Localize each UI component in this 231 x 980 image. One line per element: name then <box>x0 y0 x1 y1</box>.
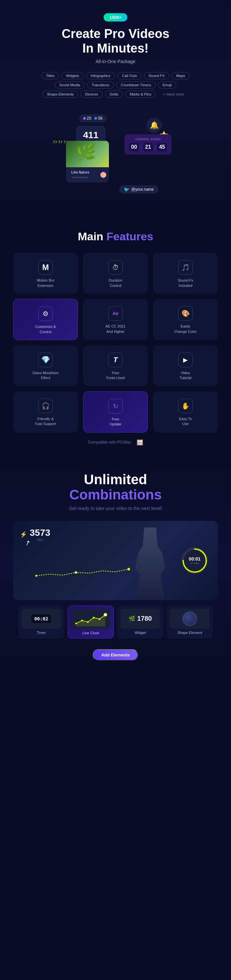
chart-dot-3 <box>87 621 89 623</box>
feature-easy: ✋ Easy ToUse <box>153 391 218 433</box>
path-startpoint <box>35 575 37 577</box>
twitter-icon: 🐦 <box>124 187 129 192</box>
timer-fps: #1 clips <box>190 562 199 565</box>
tag-social[interactable]: Social Media <box>55 81 85 89</box>
bottom-previews: 00:02 Timer Line Chart <box>6 600 225 639</box>
add-elements-container: Add Elements <box>6 644 225 661</box>
unlimited-section: Unlimited Combinations Get ready to take… <box>0 455 231 671</box>
ae-cc-label: AE CC 2021And Higher <box>105 324 125 334</box>
tag-emoji[interactable]: Emoji <box>158 81 177 89</box>
tags-row2: Social Media Transitions Countdown Timer… <box>6 81 225 89</box>
leaf-icon: 🌿 <box>129 616 135 622</box>
support-label: Friendly &Fast Support <box>35 417 56 427</box>
path-polyline <box>36 569 129 576</box>
preview-inner: ›› ›› ›› 25 56 411 <box>53 111 178 197</box>
tag-transitions[interactable]: Transitions <box>87 81 114 89</box>
feature-glass: 💎 Glass MorphismEffect <box>13 345 78 386</box>
bp-timer-label: Timer <box>36 631 46 635</box>
sc-views-num: 25 <box>87 116 91 121</box>
chart-dot-2 <box>81 620 83 621</box>
bp-card-timer: 00:02 Timer <box>18 606 64 639</box>
timer-hours: 00 <box>129 143 139 151</box>
add-elements-button[interactable]: Add Elements <box>93 649 139 661</box>
fonts-icon: T <box>108 353 123 367</box>
duration-label: DurationControl <box>109 278 122 288</box>
update-icon: ↻ <box>108 399 123 414</box>
sc-users-num: 56 <box>98 116 102 121</box>
feature-update: ↻ FreeUpdate <box>83 391 148 433</box>
stats-big-num: 411 <box>81 130 101 140</box>
unlimited-colored: Combinations <box>69 487 162 503</box>
compat-label: Compatible with PC/Mac <box>88 440 131 445</box>
chevron-1: ›› <box>53 137 57 145</box>
tag-callouts[interactable]: Call Outs <box>117 72 142 80</box>
unlimited-title: Unlimited Combinations <box>6 472 225 503</box>
timer-display: 00:01 <box>189 556 201 562</box>
preview-area: ›› ›› ›› 25 56 411 <box>6 108 225 200</box>
bp-line-chart-svg <box>73 611 108 627</box>
video-label: VideoTutorial <box>180 371 191 381</box>
easy-label: Easy ToUse <box>179 417 192 427</box>
hero-section: 1500+ Create Pro VideosIn Minutes! All-i… <box>0 0 231 213</box>
social-counter: 25 56 <box>79 115 107 122</box>
path-endpoint <box>127 568 130 571</box>
windows-icon: 🪟 <box>137 439 143 445</box>
fonts-label: FreeFonts Used <box>106 371 125 381</box>
nature-sublabel: Documentary <box>69 176 92 181</box>
bell-icon: 🔔 <box>150 121 159 130</box>
tag-soundfx[interactable]: Sound FX <box>144 72 169 80</box>
twitter-handle: @your.name <box>131 187 154 192</box>
timer-minutes: 21 <box>143 143 153 151</box>
tag-widgets[interactable]: Widgets <box>62 72 84 80</box>
timer-seconds: 45 <box>157 143 167 151</box>
tag-more: + many more <box>158 91 189 98</box>
feature-soundfx: 🎵 Sound FxIncluded <box>153 253 218 293</box>
nature-card: Like Nature Documentary <box>66 141 109 183</box>
tag-titles[interactable]: Titles <box>41 72 59 80</box>
chart-dot-5 <box>99 618 100 620</box>
tag-infographics[interactable]: Infographics <box>86 72 115 80</box>
coming-soon-card: COMING SOON 00 : 21 : 45 <box>124 134 172 155</box>
bp-chart-preview <box>71 609 110 629</box>
chart-dot-4 <box>93 617 94 619</box>
chart-area <box>76 615 105 626</box>
nature-label: Like Nature <box>69 169 92 176</box>
bp-timer-box: 00:02 <box>31 614 52 624</box>
sc-dot-views <box>83 117 86 120</box>
features-title: Main Features <box>6 230 225 243</box>
nature-avatar <box>100 172 106 178</box>
feature-motion-bro: M Motion BroExtension <box>13 253 78 293</box>
soundfx-icon: 🎵 <box>178 260 193 275</box>
bp-shape-circle <box>182 611 197 626</box>
bp-card-widget: 🌿 1780 Widget <box>117 606 163 639</box>
update-label: FreeUpdate <box>109 417 121 427</box>
color-icon: 🎨 <box>178 306 193 321</box>
customize-icon: ⚙ <box>38 306 53 321</box>
preview-background: ⚡ 3573 clips ↗ <box>13 521 218 600</box>
tag-devices[interactable]: Devices <box>81 91 103 98</box>
preview-3573: ⚡ 3573 clips <box>20 528 50 541</box>
nature-card-footer: Like Nature Documentary <box>66 167 109 183</box>
bp-timer-preview: 00:02 <box>21 609 61 628</box>
feature-color: 🎨 EasilyChange Color <box>153 299 218 340</box>
feature-duration: ⏱ DurationControl <box>83 253 148 293</box>
tags-row3: Shape Elements Devices Grids Marks & Pin… <box>6 91 225 98</box>
twitter-widget: 🐦 @your.name <box>119 185 158 194</box>
tag-marks[interactable]: Marks & Pins <box>125 91 156 98</box>
chart-dot-end <box>104 613 107 616</box>
tag-grids[interactable]: Grids <box>105 91 123 98</box>
sc-users: 56 <box>94 116 102 121</box>
tag-countdown[interactable]: Countdown Timers <box>116 81 156 89</box>
path-line-svg <box>20 566 152 579</box>
nature-image <box>66 141 109 167</box>
tag-maps[interactable]: Maps <box>172 72 190 80</box>
feature-support: 🎧 Friendly &Fast Support <box>13 391 78 433</box>
badge-1500: 1500+ <box>104 13 128 21</box>
bp-shape-label: Shape Element <box>177 631 202 635</box>
sc-views: 25 <box>83 116 91 121</box>
motion-bro-label: Motion BroExtension <box>36 278 54 288</box>
bp-widget-label: Widget <box>134 631 146 635</box>
duration-icon: ⏱ <box>108 260 123 275</box>
features-section: Main Features M Motion BroExtension ⏱ Du… <box>0 213 231 455</box>
tag-shape[interactable]: Shape Elements <box>42 91 78 98</box>
